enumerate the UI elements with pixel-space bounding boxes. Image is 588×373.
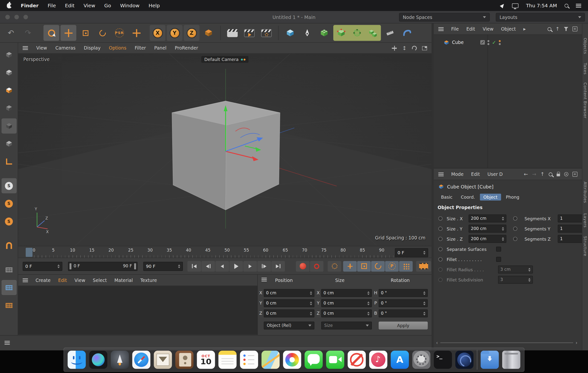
attr-menu-edit[interactable]: Edit <box>471 171 480 177</box>
vp-menu-display[interactable]: Display <box>84 45 101 51</box>
minimize-window-button[interactable] <box>14 15 19 19</box>
segments-y-input[interactable]: 1 <box>558 225 584 233</box>
range-start-handle[interactable] <box>69 263 71 269</box>
om-path-up-icon[interactable]: ↑ <box>556 26 560 31</box>
vp-menu-options[interactable]: Options <box>109 45 126 51</box>
vp-menu-view[interactable]: View <box>36 45 47 51</box>
menubar-item-go[interactable]: Go <box>104 3 111 8</box>
om-menu-view[interactable]: View <box>483 26 494 32</box>
enabled-check-icon[interactable]: ✓ <box>492 40 496 45</box>
coordinates-menu-icon[interactable] <box>262 279 267 280</box>
side-tab-content-browser[interactable]: Content Browser <box>583 83 588 119</box>
polygons-mode-button[interactable] <box>1 136 16 151</box>
goto-start-button[interactable] <box>188 261 201 272</box>
model-mode-button[interactable] <box>1 65 16 80</box>
enable-axis-tool[interactable] <box>129 25 144 41</box>
position-z-input[interactable]: 0 cm <box>264 309 314 317</box>
node-spaces-dropdown[interactable]: Node Spaces <box>399 13 490 22</box>
record-parameter-button[interactable] <box>385 261 399 272</box>
tab-object[interactable]: Object <box>480 194 501 201</box>
viewport-menu-icon[interactable] <box>22 48 28 48</box>
dock-cinema4d-icon[interactable] <box>455 351 473 369</box>
mat-menu-create[interactable]: Create <box>35 278 51 283</box>
lock-icon[interactable] <box>557 174 560 176</box>
dock-downloads-icon[interactable] <box>481 351 499 369</box>
start-frame-field[interactable]: 0 F <box>22 262 62 271</box>
close-window-button[interactable] <box>5 15 10 19</box>
scroll-track[interactable] <box>440 342 573 343</box>
attr-menu-userdata[interactable]: User D <box>487 171 503 177</box>
rotation-h-input[interactable]: 0 ° <box>379 289 428 297</box>
end-frame-stepper[interactable] <box>176 264 180 268</box>
om-search-icon[interactable] <box>547 27 551 31</box>
goto-end-button[interactable] <box>272 261 285 272</box>
vp-menu-cameras[interactable]: Cameras <box>55 45 75 51</box>
size-mode-dropdown[interactable]: Size <box>321 321 372 329</box>
size-x-radio[interactable] <box>438 216 442 220</box>
om-menu-object[interactable]: Object <box>501 26 516 32</box>
attribute-menu-icon[interactable] <box>438 174 444 175</box>
side-tab-layers[interactable]: Layers <box>583 213 588 228</box>
record-rotation-button[interactable] <box>371 261 385 272</box>
om-menu-edit[interactable]: Edit <box>466 26 475 32</box>
menubar-item-help[interactable]: Help <box>149 3 160 8</box>
rotation-p-input[interactable]: 0 ° <box>379 299 428 307</box>
dock-terminal-icon[interactable]: >_ <box>434 351 452 369</box>
vp-menu-filter[interactable]: Filter <box>135 45 146 51</box>
timeline-ruler[interactable]: 0 5 10 15 20 25 30 35 40 45 50 55 60 65 … <box>18 246 431 258</box>
primitive-cube-button[interactable] <box>282 25 298 41</box>
dolly-view-icon[interactable]: ↕ <box>402 45 407 51</box>
viewport-canvas[interactable]: Y Z X Perspective Default Camera Grid Sp… <box>18 54 431 246</box>
timeline-window-button[interactable] <box>416 261 431 272</box>
fillet-checkbox[interactable] <box>496 257 501 262</box>
pan-view-icon[interactable] <box>392 46 397 51</box>
previous-key-button[interactable] <box>201 261 215 272</box>
menubar-clock[interactable]: Thu 7:54 AM <box>526 3 557 8</box>
texture-mode-button[interactable] <box>1 83 16 98</box>
dock-app-store-icon[interactable]: A <box>391 351 409 369</box>
bend-deformer-button[interactable] <box>399 25 415 41</box>
mat-menu-material[interactable]: Material <box>114 278 133 283</box>
coordinate-system-button[interactable] <box>201 25 216 41</box>
segments-z-radio[interactable] <box>513 237 517 241</box>
zoom-window-button[interactable] <box>23 15 28 19</box>
attribute-hscrollbar[interactable]: ‹ › <box>436 340 578 345</box>
segments-x-input[interactable]: 1 <box>558 214 584 222</box>
size-z-stepper[interactable] <box>500 237 504 241</box>
playhead[interactable] <box>26 248 32 257</box>
dock-finder-icon[interactable] <box>68 351 86 369</box>
apply-button[interactable]: Apply <box>379 321 428 329</box>
om-add-icon[interactable] <box>572 26 577 31</box>
tab-basic[interactable]: Basic <box>438 194 456 201</box>
attr-add-icon[interactable] <box>572 172 577 176</box>
workplane-snap-button[interactable] <box>1 280 16 295</box>
spotlight-search-icon[interactable] <box>565 4 568 8</box>
menubar-item-edit[interactable]: Edit <box>65 3 74 8</box>
separate-surfaces-checkbox[interactable] <box>496 247 501 252</box>
mat-menu-select[interactable]: Select <box>93 278 107 283</box>
menubar-item-window[interactable]: Window <box>120 3 139 8</box>
side-tab-structure[interactable]: Structure <box>583 236 588 256</box>
dock-facetime-icon[interactable] <box>326 351 344 369</box>
menu-overflow-icon[interactable]: ▸ <box>523 26 526 31</box>
dock-safari-icon[interactable] <box>132 351 150 369</box>
next-frame-button[interactable] <box>243 261 257 272</box>
quantize-button[interactable] <box>1 298 16 313</box>
dock-reminders-icon[interactable] <box>240 351 258 369</box>
coordinate-mode-dropdown[interactable]: Object (Rel) <box>264 321 314 329</box>
orbit-view-icon[interactable] <box>411 45 418 51</box>
history-back-icon[interactable]: ← <box>524 172 528 176</box>
dock-launchpad-icon[interactable] <box>111 351 129 369</box>
om-menu-file[interactable]: File <box>451 26 459 32</box>
live-selection-tool[interactable] <box>43 25 59 41</box>
material-menu-icon[interactable] <box>22 280 28 280</box>
range-end-handle[interactable] <box>134 263 136 269</box>
record-point-level-button[interactable] <box>399 261 413 272</box>
mograph-button[interactable] <box>349 25 365 41</box>
scroll-right-icon[interactable]: › <box>576 340 577 345</box>
dock-news-icon[interactable] <box>348 351 366 369</box>
make-editable-button[interactable] <box>1 47 16 62</box>
enable-snap-button[interactable] <box>1 238 16 253</box>
undo-button[interactable]: ↶ <box>3 25 19 41</box>
menubar-item-file[interactable]: File <box>48 3 56 8</box>
